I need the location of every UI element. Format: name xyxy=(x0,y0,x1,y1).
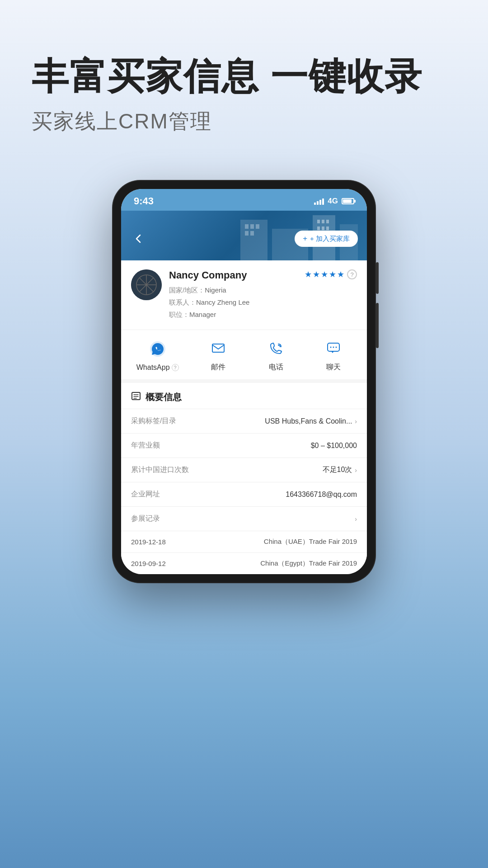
trade-event-2: China（Egypt）Trade Fair 2019 xyxy=(260,559,357,568)
back-button[interactable] xyxy=(130,231,146,247)
phone-label: 电话 xyxy=(269,363,283,372)
star-3: ★ xyxy=(321,269,328,279)
header-section: 丰富买家信息 一键收录 买家线上CRM管理 xyxy=(0,0,488,154)
company-info: Nancy Company 国家/地区：Nigeria 联系人：Nancy Zh… xyxy=(169,269,297,321)
battery-fill xyxy=(343,199,352,203)
svg-rect-3 xyxy=(256,224,259,229)
email-icon xyxy=(207,337,229,359)
svg-rect-11 xyxy=(317,226,320,230)
company-avatar xyxy=(131,269,162,300)
trade-event-1: China（UAE）Trade Fair 2019 xyxy=(264,538,357,546)
svg-rect-22 xyxy=(212,344,224,352)
overview-section: 概要信息 采购标签/目录 USB Hubs,Fans & Coolin... ›… xyxy=(121,383,367,574)
star-4: ★ xyxy=(329,269,336,279)
purchase-tags-label: 采购标签/目录 xyxy=(131,416,176,426)
info-row-exhibition[interactable]: 参展记录 › xyxy=(121,506,367,531)
chevron-right-icon-3: › xyxy=(355,515,357,523)
action-buttons-row: WhatsApp ? 邮件 xyxy=(121,330,367,383)
email-label: 邮件 xyxy=(211,363,225,372)
battery-icon xyxy=(342,198,354,204)
network-type: 4G xyxy=(328,197,338,206)
svg-rect-1 xyxy=(245,224,249,229)
contact-label: 联系人： xyxy=(169,298,196,306)
rating-help-icon[interactable]: ? xyxy=(347,269,357,279)
trade-date-2: 2019-09-12 xyxy=(131,560,190,567)
position-value: Manager xyxy=(189,311,216,318)
chat-button[interactable]: 聊天 xyxy=(315,337,352,372)
page-content: 丰富买家信息 一键收录 买家线上CRM管理 9:43 4G xyxy=(0,0,488,868)
purchase-tags-value: USB Hubs,Fans & Coolin... › xyxy=(265,417,357,425)
status-icons: 4G xyxy=(314,197,354,206)
star-5: ★ xyxy=(337,269,344,279)
plus-icon: + xyxy=(303,234,307,243)
main-title: 丰富买家信息 一键收录 xyxy=(32,54,456,99)
phone-mockup-container: 9:43 4G xyxy=(0,181,488,582)
country-value: Nigeria xyxy=(205,286,226,294)
svg-point-26 xyxy=(336,347,337,348)
phone-frame: 9:43 4G xyxy=(113,181,375,582)
chevron-right-icon: › xyxy=(355,418,357,425)
svg-rect-13 xyxy=(326,226,329,230)
add-to-buyer-library-button[interactable]: + + 加入买家库 xyxy=(295,231,358,247)
info-row-revenue: 年营业额 $0 – $100,000 xyxy=(121,433,367,458)
chat-icon xyxy=(323,337,344,359)
exhibition-value: › xyxy=(355,515,357,523)
exhibition-label: 参展记录 xyxy=(131,514,160,524)
import-count-value: 不足10次 › xyxy=(323,465,357,475)
company-card: Nancy Company 国家/地区：Nigeria 联系人：Nancy Zh… xyxy=(121,260,367,330)
signal-bars-icon xyxy=(314,198,324,205)
website-value: 1643366718@qq.com xyxy=(286,491,357,499)
whatsapp-label: WhatsApp ? xyxy=(136,363,179,372)
info-row-import-count[interactable]: 累计中国进口次数 不足10次 › xyxy=(121,458,367,482)
trade-record-1: 2019-12-18 China（UAE）Trade Fair 2019 xyxy=(121,531,367,552)
add-buyer-label: + 加入买家库 xyxy=(310,235,350,243)
svg-rect-12 xyxy=(322,226,324,230)
svg-point-25 xyxy=(333,347,334,348)
whatsapp-icon xyxy=(147,338,169,360)
contact-value: Nancy Zheng Lee xyxy=(196,298,249,306)
whatsapp-help-icon[interactable]: ? xyxy=(172,364,179,371)
chevron-right-icon-2: › xyxy=(355,467,357,474)
phone-side-button-bottom xyxy=(376,303,379,348)
company-contact: 联系人：Nancy Zheng Lee xyxy=(169,296,297,308)
phone-call-button[interactable]: 电话 xyxy=(258,337,294,372)
company-header: Nancy Company 国家/地区：Nigeria 联系人：Nancy Zh… xyxy=(131,269,357,321)
revenue-value: $0 – $100,000 xyxy=(311,442,357,450)
svg-point-24 xyxy=(330,347,332,348)
whatsapp-button[interactable]: WhatsApp ? xyxy=(136,338,179,372)
company-position: 职位：Manager xyxy=(169,308,297,321)
star-2: ★ xyxy=(313,269,320,279)
country-label: 国家/地区： xyxy=(169,286,205,294)
overview-header: 概要信息 xyxy=(121,383,367,409)
hero-image: + + 加入买家库 xyxy=(121,211,367,260)
phone-icon xyxy=(265,337,287,359)
star-1: ★ xyxy=(305,269,312,279)
sub-title: 买家线上CRM管理 xyxy=(32,108,456,136)
website-label: 企业网址 xyxy=(131,490,160,499)
trade-date-1: 2019-12-18 xyxy=(131,538,190,546)
position-label: 职位： xyxy=(169,311,189,318)
navigation-bar: + + 加入买家库 xyxy=(121,231,367,247)
revenue-label: 年营业额 xyxy=(131,441,160,450)
email-button[interactable]: 邮件 xyxy=(200,337,236,372)
phone-screen: 9:43 4G xyxy=(121,189,367,574)
svg-rect-8 xyxy=(317,220,320,223)
phone-side-button-top xyxy=(376,262,379,294)
svg-rect-9 xyxy=(322,220,324,223)
status-bar: 9:43 4G xyxy=(121,189,367,211)
svg-rect-10 xyxy=(326,220,329,223)
overview-icon xyxy=(131,391,141,403)
svg-rect-2 xyxy=(250,224,254,229)
company-country: 国家/地区：Nigeria xyxy=(169,284,297,296)
import-count-label: 累计中国进口次数 xyxy=(131,465,189,475)
stars-section: ★ ★ ★ ★ ★ ? xyxy=(305,269,357,279)
company-name: Nancy Company xyxy=(169,269,297,281)
status-time: 9:43 xyxy=(134,195,154,207)
info-row-purchase-tags[interactable]: 采购标签/目录 USB Hubs,Fans & Coolin... › xyxy=(121,409,367,433)
chat-label: 聊天 xyxy=(326,363,341,372)
trade-record-2: 2019-09-12 China（Egypt）Trade Fair 2019 xyxy=(121,552,367,574)
rating-stars: ★ ★ ★ ★ ★ xyxy=(305,269,344,279)
info-row-website: 企业网址 1643366718@qq.com xyxy=(121,482,367,506)
overview-title: 概要信息 xyxy=(145,391,182,403)
